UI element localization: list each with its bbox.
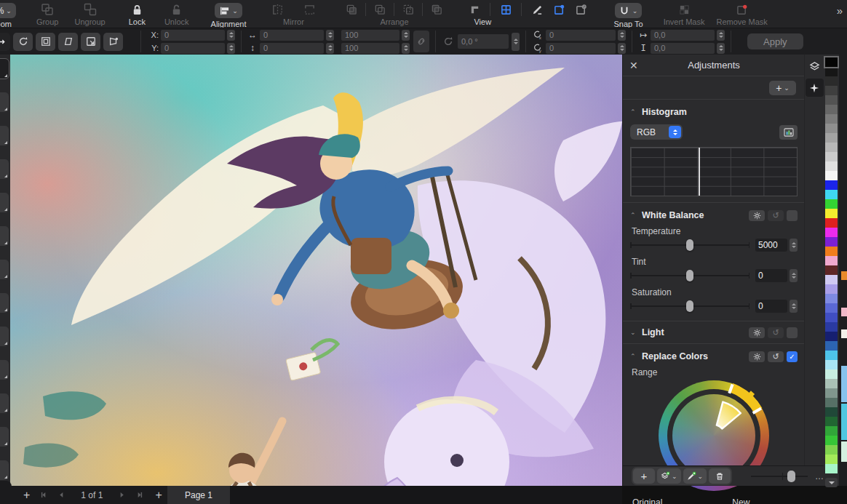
- more-options-button[interactable]: …: [798, 497, 807, 504]
- rotate-y-stepper[interactable]: [618, 43, 626, 54]
- corner-tool-icon[interactable]: [468, 3, 481, 16]
- tool-button-partial[interactable]: [0, 460, 9, 480]
- add-color-button[interactable]: +: [633, 468, 655, 484]
- light-checkbox[interactable]: [787, 327, 798, 338]
- ungroup-button[interactable]: Ungroup: [74, 0, 105, 26]
- reset-button[interactable]: ↺: [768, 210, 784, 221]
- eyedropper-add-button[interactable]: ⌄: [683, 468, 707, 484]
- color-swatch[interactable]: [825, 190, 838, 199]
- delete-color-button[interactable]: [709, 468, 731, 484]
- add-page-button[interactable]: +: [23, 489, 30, 502]
- channel-dropdown[interactable]: RGB: [630, 124, 683, 140]
- color-swatch[interactable]: [825, 95, 838, 105]
- color-swatch-partial[interactable]: [841, 329, 847, 338]
- snap-to-dropdown[interactable]: ⌄: [615, 3, 643, 18]
- rotate-x-input[interactable]: 0: [546, 30, 616, 41]
- color-swatch[interactable]: [825, 407, 838, 417]
- tint-stepper[interactable]: [790, 269, 798, 282]
- previous-page-button[interactable]: [58, 492, 65, 498]
- white-balance-checkbox[interactable]: [787, 210, 798, 221]
- auto-adjust-button[interactable]: [749, 327, 765, 338]
- color-swatch[interactable]: [825, 398, 838, 407]
- color-swatch[interactable]: [825, 464, 838, 473]
- slider-thumb[interactable]: [787, 471, 795, 482]
- toolbar-overflow-button[interactable]: »: [837, 4, 841, 17]
- offset-v-stepper[interactable]: [717, 43, 725, 54]
- scale-height-stepper[interactable]: [402, 43, 410, 54]
- remove-mask-button[interactable]: Remove Mask: [717, 0, 768, 26]
- color-swatch[interactable]: [825, 351, 838, 360]
- slider-thumb[interactable]: [686, 300, 693, 312]
- color-swatch-partial[interactable]: [841, 441, 847, 462]
- lock-button[interactable]: Lock: [129, 0, 146, 26]
- unlock-button[interactable]: Unlock: [164, 0, 189, 26]
- color-swatch[interactable]: [825, 171, 838, 180]
- perspective-tool-button[interactable]: [103, 33, 123, 51]
- height-input[interactable]: 0: [260, 43, 324, 54]
- y-stepper[interactable]: [227, 43, 235, 54]
- rotate-x-stepper[interactable]: [618, 30, 626, 41]
- angle-stepper[interactable]: [512, 33, 520, 51]
- color-swatch[interactable]: [825, 76, 838, 86]
- add-adjustment-button[interactable]: + ⌄: [769, 81, 796, 95]
- frame-tool-button[interactable]: [36, 33, 55, 51]
- color-swatch[interactable]: [825, 209, 838, 218]
- saturation-value[interactable]: 0: [755, 300, 787, 313]
- x-input[interactable]: 0: [161, 30, 225, 41]
- color-swatch[interactable]: [825, 86, 838, 95]
- color-swatch[interactable]: [825, 57, 838, 67]
- color-swatch[interactable]: [825, 228, 838, 237]
- reset-button[interactable]: ↺: [768, 327, 784, 338]
- temperature-stepper[interactable]: [790, 239, 798, 252]
- tool-button-partial[interactable]: [0, 159, 9, 179]
- offset-v-input[interactable]: 0,0: [651, 43, 715, 54]
- apply-button[interactable]: Apply: [747, 33, 803, 49]
- adjustments-panel-button[interactable]: [806, 79, 824, 97]
- tool-button-partial[interactable]: [0, 193, 9, 212]
- tools-palette[interactable]: [0, 55, 10, 486]
- rotate-y-input[interactable]: 0: [546, 43, 616, 54]
- canvas-artwork[interactable]: [10, 55, 622, 486]
- next-page-button[interactable]: [119, 492, 125, 498]
- color-swatch[interactable]: [825, 436, 838, 445]
- scale-link-button[interactable]: [413, 31, 429, 52]
- color-swatch[interactable]: [825, 67, 838, 76]
- tool-button-partial[interactable]: [0, 59, 9, 79]
- saturation-slider[interactable]: [630, 300, 749, 313]
- color-swatch-partial[interactable]: [841, 404, 847, 440]
- color-swatch[interactable]: [825, 426, 838, 436]
- offset-h-input[interactable]: 0,0: [651, 30, 715, 41]
- color-swatch[interactable]: [825, 199, 838, 209]
- color-swatch[interactable]: [825, 114, 838, 124]
- temperature-value[interactable]: 5000: [755, 239, 787, 252]
- color-swatch[interactable]: [825, 369, 838, 379]
- last-page-button[interactable]: [135, 492, 143, 498]
- color-swatch[interactable]: [825, 143, 838, 152]
- tool-button-partial[interactable]: [0, 260, 9, 279]
- auto-adjust-button[interactable]: [749, 351, 765, 362]
- color-swatch[interactable]: [825, 256, 838, 265]
- color-swatch[interactable]: [825, 218, 838, 228]
- color-swatch[interactable]: [825, 294, 838, 303]
- replace-colors-checkbox[interactable]: ✓: [787, 351, 798, 362]
- collapse-icon[interactable]: ⌃: [630, 108, 642, 116]
- color-swatch[interactable]: [825, 180, 838, 190]
- color-swatch[interactable]: [825, 237, 838, 247]
- scale-height-input[interactable]: 100: [341, 43, 399, 54]
- alignment-dropdown[interactable]: ⌄: [215, 3, 242, 18]
- zoom-dropdown[interactable]: 5% ⌄: [0, 3, 16, 18]
- tool-button-partial[interactable]: [0, 327, 9, 346]
- add-page-button-2[interactable]: +: [155, 489, 162, 502]
- temperature-slider[interactable]: [630, 239, 749, 252]
- pick-from-layers-button[interactable]: ⌄: [657, 468, 681, 484]
- color-swatch[interactable]: [825, 313, 838, 322]
- color-swatch[interactable]: [825, 379, 838, 388]
- tool-button-partial[interactable]: [0, 126, 9, 145]
- color-swatch[interactable]: [825, 455, 838, 464]
- reset-button[interactable]: ↺: [768, 351, 784, 362]
- collapse-icon[interactable]: ⌃: [630, 353, 642, 360]
- move-tool-button[interactable]: [0, 33, 10, 51]
- y-input[interactable]: 0: [161, 43, 225, 54]
- page-tab[interactable]: Page 1: [167, 486, 230, 504]
- tool-button-partial[interactable]: [0, 393, 9, 413]
